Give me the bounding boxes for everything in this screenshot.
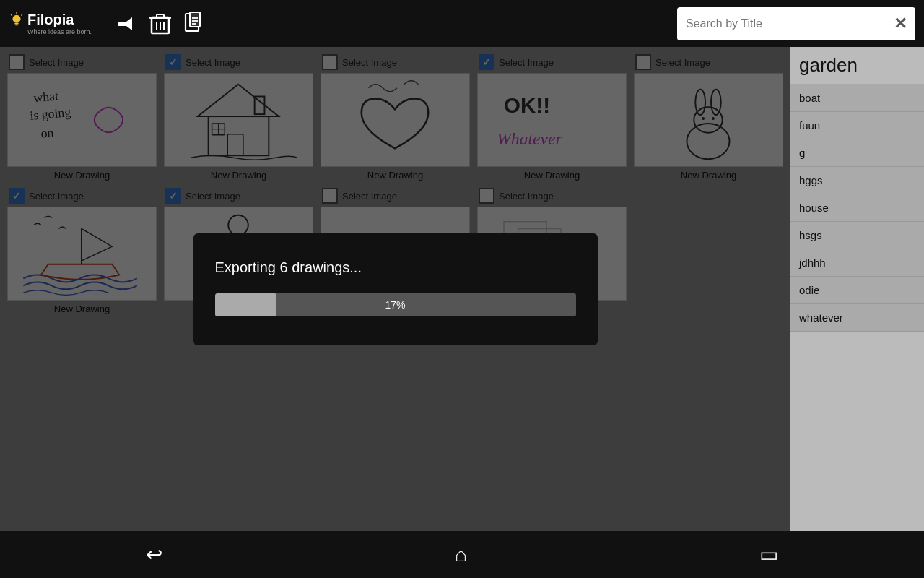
svg-line-4 xyxy=(11,14,12,15)
back-button[interactable] xyxy=(113,12,136,35)
nav-back-button[interactable]: ↩ xyxy=(146,543,162,566)
export-progress-dialog: Exporting 6 drawings... 17% xyxy=(193,233,598,345)
svg-point-0 xyxy=(13,14,21,22)
progress-bar-background: 17% xyxy=(215,293,576,316)
bulb-icon xyxy=(9,12,25,28)
modal-overlay: Exporting 6 drawings... 17% xyxy=(0,47,790,531)
sidebar-item-2[interactable]: g xyxy=(790,139,924,167)
bottom-nav: ↩ ⌂ ▭ xyxy=(0,531,924,578)
search-wrapper: ✕ xyxy=(677,7,915,40)
sidebar-item-3[interactable]: hggs xyxy=(790,167,924,194)
logo-area: Filopia Where ideas are born. xyxy=(9,12,92,35)
sidebar-item-8[interactable]: whatever xyxy=(790,304,924,332)
sidebar-item-4[interactable]: house xyxy=(790,194,924,222)
trash-button[interactable] xyxy=(149,12,171,35)
export-progress-title: Exporting 6 drawings... xyxy=(215,259,362,276)
sidebar: garden boat fuun g hggs house hsgs jdhhh… xyxy=(790,47,924,578)
progress-bar-fill xyxy=(215,293,276,316)
app-name: Filopia xyxy=(27,12,74,28)
sidebar-item-7[interactable]: odie xyxy=(790,277,924,304)
search-input[interactable] xyxy=(677,7,915,40)
sidebar-header: garden xyxy=(790,47,924,85)
sidebar-item-0[interactable]: boat xyxy=(790,85,924,112)
svg-rect-7 xyxy=(118,22,128,26)
export-button[interactable] xyxy=(184,12,204,35)
nav-recent-button[interactable]: ▭ xyxy=(759,543,778,566)
sidebar-item-6[interactable]: jdhhh xyxy=(790,249,924,277)
sidebar-item-1[interactable]: fuun xyxy=(790,112,924,139)
progress-label: 17% xyxy=(385,299,405,311)
nav-home-button[interactable]: ⌂ xyxy=(455,543,467,566)
svg-rect-1 xyxy=(14,22,19,24)
topbar-icons xyxy=(113,12,204,35)
search-clear-button[interactable]: ✕ xyxy=(894,14,907,33)
svg-rect-10 xyxy=(149,17,171,19)
sidebar-item-5[interactable]: hsgs xyxy=(790,222,924,249)
svg-rect-15 xyxy=(190,12,200,27)
app-tagline: Where ideas are born. xyxy=(27,28,92,35)
svg-rect-2 xyxy=(15,24,18,25)
svg-line-5 xyxy=(21,14,22,15)
topbar: Filopia Where ideas are born. xyxy=(0,0,924,47)
search-area: ✕ xyxy=(677,7,915,40)
